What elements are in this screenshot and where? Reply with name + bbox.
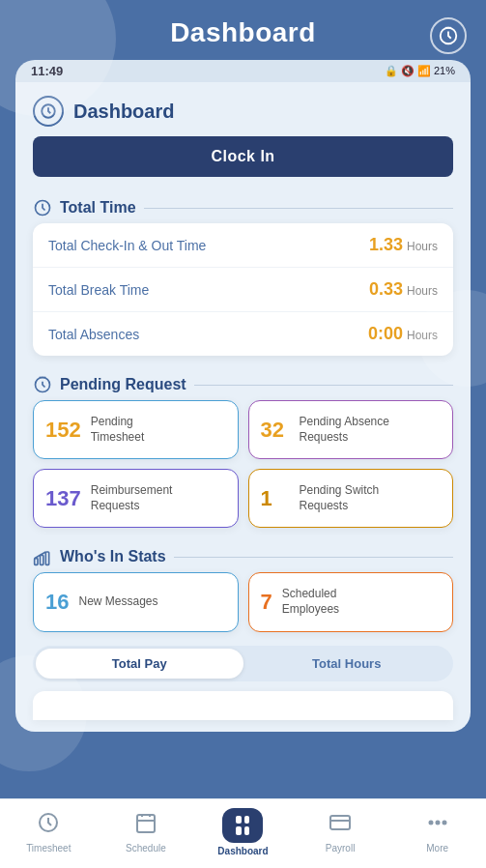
- pending-request-section-header: Pending Request: [15, 367, 471, 400]
- new-messages-number: 16: [45, 590, 69, 615]
- whos-in-section-header: Who's In Stats: [15, 539, 471, 572]
- nav-dashboard[interactable]: Dashboard: [194, 808, 292, 856]
- schedule-nav-icon: [134, 811, 157, 840]
- more-nav-icon: [426, 811, 449, 840]
- total-time-icon: [33, 198, 52, 217]
- pending-switch-label: Pending SwitchRequests: [300, 483, 380, 513]
- clock-in-button[interactable]: Clock In: [33, 136, 453, 177]
- pending-timesheet-label: PendingTimesheet: [91, 415, 145, 445]
- bottom-nav: Timesheet Schedule Dashboard P: [0, 798, 486, 868]
- scheduled-employees-card[interactable]: 7 ScheduledEmployees: [248, 572, 454, 631]
- status-icons-text: 🔒 🔇 📶 21%: [385, 65, 455, 77]
- dashboard-nav-icon: [222, 808, 263, 843]
- checkin-out-unit: Hours: [407, 240, 438, 253]
- tab-total-hours[interactable]: Total Hours: [243, 649, 451, 679]
- break-time-value: 0.33 Hours: [369, 279, 438, 300]
- checkin-out-value: 1.33 Hours: [369, 235, 438, 255]
- absences-label: Total Absences: [48, 327, 139, 342]
- dashboard-sq-3: [236, 826, 242, 835]
- checkin-out-number: 1.33: [369, 235, 403, 255]
- scheduled-employees-number: 7: [261, 590, 272, 615]
- absences-row: Total Absences 0:00 Hours: [33, 312, 453, 356]
- timesheet-nav-icon: [37, 811, 60, 840]
- card-header-title: Dashboard: [73, 101, 174, 123]
- nav-payroll-label: Payroll: [326, 843, 356, 854]
- pending-absence-card[interactable]: 32 Pending AbsenceRequests: [248, 400, 454, 459]
- pending-switch-number: 1: [261, 486, 290, 511]
- svg-rect-9: [137, 815, 155, 832]
- reimbursement-label: ReimbursementRequests: [91, 483, 173, 513]
- svg-point-16: [436, 821, 439, 824]
- pending-icon: [33, 375, 52, 394]
- status-icons: 🔒 🔇 📶 21%: [385, 65, 455, 77]
- absences-number: 0:00: [368, 324, 403, 344]
- pending-absence-number: 32: [261, 418, 290, 443]
- break-time-row: Total Break Time 0.33 Hours: [33, 268, 453, 312]
- svg-rect-13: [330, 816, 350, 829]
- pending-absence-label: Pending AbsenceRequests: [300, 415, 389, 445]
- pending-timesheet-card[interactable]: 152 PendingTimesheet: [33, 400, 239, 459]
- checkin-out-label: Total Check-In & Out Time: [48, 238, 206, 253]
- scheduled-employees-label: ScheduledEmployees: [282, 587, 339, 617]
- nav-timesheet[interactable]: Timesheet: [0, 811, 98, 854]
- nav-dashboard-label: Dashboard: [217, 846, 268, 856]
- whos-in-title: Who's In Stats: [60, 548, 166, 565]
- payroll-nav-icon: [329, 811, 352, 840]
- svg-rect-5: [35, 559, 38, 565]
- nav-more-label: More: [426, 843, 448, 854]
- pending-request-title: Pending Request: [60, 376, 186, 393]
- new-messages-card[interactable]: 16 New Messages: [33, 572, 239, 631]
- nav-schedule[interactable]: Schedule: [98, 811, 195, 854]
- pending-switch-card[interactable]: 1 Pending SwitchRequests: [248, 469, 454, 528]
- nav-schedule-label: Schedule: [126, 843, 166, 854]
- main-card: Dashboard Clock In Total Time Total Chec…: [15, 82, 471, 732]
- svg-rect-6: [41, 556, 43, 565]
- break-time-unit: Hours: [407, 284, 438, 298]
- dashboard-sq-4: [244, 826, 250, 835]
- nav-payroll[interactable]: Payroll: [292, 811, 389, 854]
- pending-timesheet-number: 152: [45, 418, 81, 443]
- svg-point-15: [429, 821, 432, 824]
- new-messages-label: New Messages: [78, 594, 157, 610]
- pending-cards-grid: 152 PendingTimesheet 32 Pending AbsenceR…: [33, 400, 453, 528]
- total-time-title: Total Time: [60, 199, 136, 217]
- nav-more[interactable]: More: [388, 811, 486, 854]
- break-time-number: 0.33: [369, 279, 403, 300]
- nav-timesheet-label: Timesheet: [26, 843, 71, 854]
- reimbursement-number: 137: [45, 486, 81, 511]
- break-time-label: Total Break Time: [48, 282, 149, 298]
- bottom-content-peek: [33, 691, 453, 720]
- reimbursement-card[interactable]: 137 ReimbursementRequests: [33, 469, 239, 528]
- total-time-divider: [144, 208, 453, 209]
- whos-in-icon: [33, 547, 52, 566]
- whos-in-divider: [174, 557, 453, 558]
- header-timer-icon[interactable]: [430, 17, 467, 54]
- total-time-card: Total Check-In & Out Time 1.33 Hours Tot…: [33, 223, 453, 356]
- checkin-out-row: Total Check-In & Out Time 1.33 Hours: [33, 223, 453, 268]
- svg-point-17: [443, 821, 445, 824]
- dashboard-sq-1: [236, 816, 242, 825]
- tab-row: Total Pay Total Hours: [33, 646, 453, 681]
- svg-rect-7: [45, 552, 48, 564]
- page-header: Dashboard: [0, 0, 486, 60]
- total-time-section-header: Total Time: [15, 190, 471, 223]
- whos-cards-grid: 16 New Messages 7 ScheduledEmployees: [33, 572, 453, 631]
- pending-divider: [194, 385, 453, 386]
- page-title: Dashboard: [170, 17, 316, 48]
- dashboard-sq-2: [244, 816, 250, 825]
